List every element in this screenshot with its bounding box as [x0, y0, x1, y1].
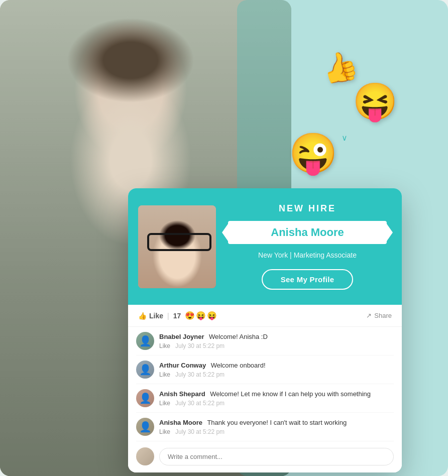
card-body: 👍 Like | 17 😍 😝 😝 ↗ Share — [128, 305, 402, 472]
laugh-emoji: 😝 — [353, 80, 398, 123]
like-button[interactable]: 👍 Like — [138, 312, 163, 320]
reaction-3: 😝 — [207, 311, 217, 320]
name-banner: Anisha Moore — [228, 221, 387, 244]
comment-like-button[interactable]: Like — [159, 371, 170, 378]
comment-item: Arthur Conway Welcome onboard! Like July… — [136, 355, 394, 384]
like-count: 17 — [173, 312, 181, 320]
see-profile-button[interactable]: See My Profile — [262, 269, 354, 290]
share-label: Share — [374, 312, 392, 319]
comment-like-button[interactable]: Like — [159, 428, 170, 435]
like-icon: 👍 — [138, 312, 147, 320]
comment-text: Welcome! Let me know if I can help you w… — [210, 390, 371, 398]
reaction-1: 😍 — [185, 311, 195, 320]
comment-author: Anish Shepard — [159, 390, 205, 398]
comment-item: Anisha Moore Thank you everyone! I can't… — [136, 413, 394, 441]
comment-text: Thank you everyone! I can't wait to star… — [207, 419, 347, 426]
comment-author: Anisha Moore — [159, 419, 202, 426]
comment-meta: Like July 30 at 5:22 pm — [159, 342, 394, 349]
comment-item: Anish Shepard Welcome! Let me know if I … — [136, 384, 394, 413]
comment-like-button[interactable]: Like — [159, 400, 170, 407]
comment-meta: Like July 30 at 5:22 pm — [159, 428, 394, 435]
like-left: 👍 Like | 17 😍 😝 😝 — [138, 311, 217, 320]
share-button[interactable]: ↗ Share — [366, 312, 392, 319]
comment-author: Arthur Conway — [159, 362, 206, 369]
like-bar: 👍 Like | 17 😍 😝 😝 ↗ Share — [128, 305, 402, 327]
comment-meta: Like July 30 at 5:22 pm — [159, 400, 394, 407]
share-icon: ↗ — [366, 312, 372, 319]
comment-content: Bnabel Joyner Welcome! Anisha :D Like Ju… — [159, 332, 394, 349]
comment-time: July 30 at 5:22 pm — [175, 342, 225, 349]
comment-content: Anish Shepard Welcome! Let me know if I … — [159, 389, 394, 407]
avatar — [136, 332, 154, 350]
chevron-down-icon: ∨ — [342, 133, 348, 143]
write-comment-area — [136, 441, 394, 472]
comment-time: July 30 at 5:22 pm — [175, 400, 225, 407]
avatar — [136, 418, 154, 436]
location-role: New York | Marketing Associate — [228, 251, 387, 259]
location: New York — [258, 251, 288, 259]
role: Marketing Associate — [294, 251, 357, 259]
card-info: NEW HIRE Anisha Moore New York | Marketi… — [228, 203, 387, 290]
write-comment-avatar — [136, 447, 154, 465]
like-label: Like — [149, 312, 163, 320]
comment-author: Bnabel Joyner — [159, 333, 204, 340]
comment-text: Welcome! Anisha :D — [209, 333, 268, 340]
write-comment-input[interactable] — [159, 448, 394, 465]
new-hire-card: NEW HIRE Anisha Moore New York | Marketi… — [128, 188, 402, 472]
separator: | — [290, 251, 292, 259]
new-hire-label: NEW HIRE — [228, 203, 387, 214]
card-header: NEW HIRE Anisha Moore New York | Marketi… — [128, 188, 402, 305]
comment-time: July 30 at 5:22 pm — [175, 371, 225, 378]
comment-content: Anisha Moore Thank you everyone! I can't… — [159, 418, 394, 435]
comments-section: Bnabel Joyner Welcome! Anisha :D Like Ju… — [128, 327, 402, 472]
comment-item: Bnabel Joyner Welcome! Anisha :D Like Ju… — [136, 327, 394, 355]
employee-name: Anisha Moore — [271, 226, 344, 239]
comment-content: Arthur Conway Welcome onboard! Like July… — [159, 361, 394, 378]
avatar — [136, 361, 154, 379]
like-divider: | — [167, 312, 169, 320]
avatar — [136, 389, 154, 407]
comment-like-button[interactable]: Like — [159, 342, 170, 349]
comment-meta: Like July 30 at 5:22 pm — [159, 371, 394, 378]
reaction-emojis: 😍 😝 😝 — [185, 311, 217, 320]
wink-emoji: 😜 — [289, 131, 338, 176]
profile-photo — [138, 205, 216, 288]
reaction-2: 😝 — [196, 311, 206, 320]
comment-text: Welcome onboard! — [211, 362, 266, 369]
comment-time: July 30 at 5:22 pm — [175, 428, 225, 435]
